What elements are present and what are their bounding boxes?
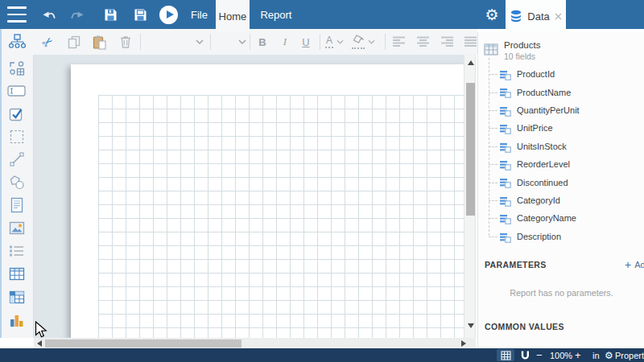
tab-data-label: Data [527,10,549,23]
topbar-filler [566,0,644,29]
copy-icon [67,35,81,49]
scroll-up-arrow[interactable] [464,57,477,68]
toolbox-item-checkbox[interactable] [0,102,34,125]
field-icon [500,142,511,156]
toolbox-item-widgets[interactable] [0,56,34,80]
align-left-button[interactable] [392,36,406,47]
fill-color-button[interactable] [352,35,375,49]
save-icon [104,8,118,22]
toolbox-item-textbox[interactable] [0,80,34,103]
toolbox-item-list[interactable] [0,240,34,263]
report-designer-app: File Home Report ⚙ Data [0,0,644,362]
toolbox-item-picture[interactable] [0,217,34,241]
font-family-select[interactable] [145,33,204,51]
toolbox-item-panel[interactable] [0,125,34,149]
properties-gear-icon[interactable]: ⚙ [605,348,613,362]
toggle-grid-button[interactable] [497,349,514,361]
undo-icon [41,9,56,20]
align-center-icon [416,36,430,47]
vertical-scroll-thumb[interactable] [466,83,475,216]
field-icon [500,195,511,210]
measurement-unit[interactable]: in [592,348,600,362]
zoom-out-button[interactable]: − [536,348,543,362]
tab-report[interactable]: Report [250,0,303,31]
field-row[interactable]: ReorderLevel [478,155,644,173]
align-left-icon [392,36,406,47]
toolbox-item-table[interactable] [0,263,34,286]
properties-button[interactable]: Properties [615,348,644,362]
save-button[interactable] [104,8,118,22]
report-structure-button[interactable] [0,33,34,51]
toolbox-item-crosstab[interactable] [0,286,34,309]
settings-gear-icon[interactable]: ⚙ [483,7,501,23]
zoom-in-button[interactable]: + [575,348,581,362]
add-parameter-button[interactable]: + Add [625,258,644,271]
field-label: CategoryId [517,195,560,205]
add-parameter-label: Add [634,260,644,269]
field-label: Description [517,232,561,241]
snap-to-grid-button[interactable] [520,348,530,362]
save-all-icon [134,8,147,22]
toolbox-item-line[interactable] [0,148,34,171]
font-color-button[interactable]: A [325,35,344,48]
report-page[interactable] [71,64,464,338]
bar-chart-icon [9,312,25,327]
scroll-left-arrow[interactable] [34,338,45,348]
left-edge-accent [0,29,2,338]
align-justify-icon [464,36,477,47]
field-row[interactable]: Discontinued [478,173,644,191]
toolbox-item-richtext[interactable] [0,194,34,217]
richtext-icon [10,197,24,213]
cut-button[interactable]: ✂ [37,31,58,52]
field-row[interactable]: CategoryName [478,209,644,227]
toolbar-separator [250,34,250,50]
close-data-tab-icon[interactable] [555,13,562,20]
italic-button[interactable]: I [278,35,292,48]
align-justify-button[interactable] [464,36,477,47]
preview-play-button[interactable] [159,6,178,24]
common-values-section-title: COMMON VALUES [485,322,564,331]
align-center-button[interactable] [416,36,430,47]
align-right-button[interactable] [440,36,454,47]
field-label: ReorderLevel [517,159,570,169]
horizontal-scrollbar[interactable] [34,338,476,348]
chevron-down-icon [368,39,375,44]
database-icon [510,10,522,23]
field-row[interactable]: CategoryId [478,191,644,209]
underline-button[interactable]: U [299,36,313,48]
tab-data[interactable]: Data [506,0,566,32]
undo-button[interactable] [41,9,56,20]
field-row[interactable]: Description [478,228,644,245]
chevron-down-icon [196,39,204,44]
tab-home[interactable]: Home [216,0,250,32]
design-surface[interactable] [34,55,464,338]
field-icon [500,105,511,120]
field-row[interactable]: QuantityPerUnit [478,101,644,119]
field-row[interactable]: ProductName [478,83,644,101]
toolbox-item-shape[interactable] [0,171,34,195]
hamburger-menu-icon[interactable] [7,6,28,23]
line-icon [9,151,25,167]
vertical-scrollbar[interactable] [464,55,476,338]
bold-button[interactable]: B [255,36,270,48]
scroll-right-arrow[interactable] [458,338,469,348]
field-row[interactable]: UnitsInStock [478,138,644,155]
file-menu[interactable]: File [188,9,211,21]
paste-button[interactable] [92,35,107,50]
toolbar-separator [320,34,320,50]
toolbox-item-chart[interactable] [0,309,34,332]
crosstab-icon [9,290,25,304]
save-all-button[interactable] [134,8,147,22]
scroll-down-arrow[interactable] [464,320,477,331]
zoom-level[interactable]: 100% [550,348,572,362]
horizontal-scroll-thumb[interactable] [45,339,242,348]
delete-button[interactable] [118,35,133,49]
toolbar-separator [210,34,211,50]
plus-icon: + [625,258,631,271]
redo-button[interactable] [71,9,85,20]
parameters-section-title: PARAMETERS [485,260,547,269]
font-size-select[interactable] [214,33,246,51]
copy-button[interactable] [67,35,81,49]
field-row[interactable]: ProductId [478,65,644,83]
field-row[interactable]: UnitPrice [478,119,644,137]
